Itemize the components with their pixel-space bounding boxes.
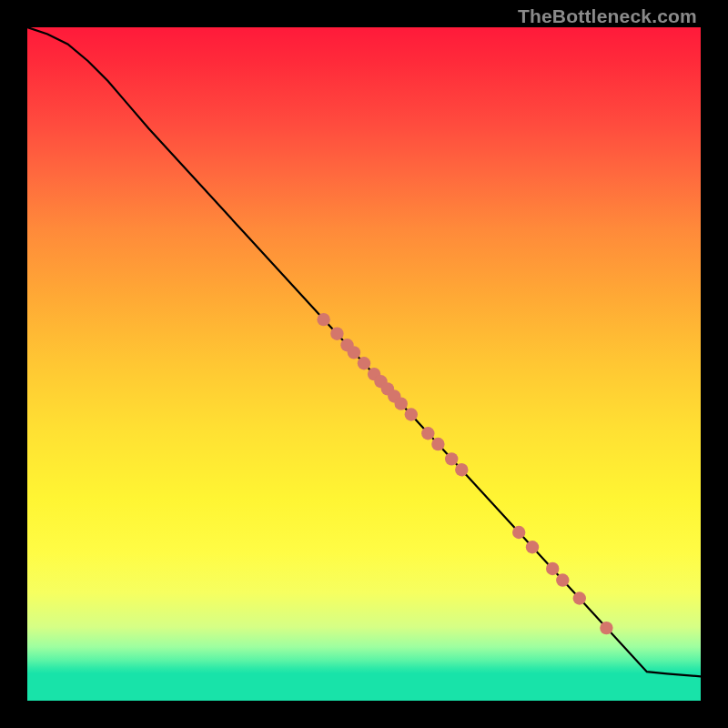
chart-marker [445, 452, 458, 465]
chart-marker [348, 346, 360, 359]
chart-marker [431, 438, 444, 450]
chart-marker [405, 408, 418, 420]
chart-marker [600, 622, 612, 634]
watermark-label: TheBottleneck.com [518, 5, 697, 27]
chart-marker [546, 562, 559, 575]
chart-marker [330, 328, 343, 340]
chart-marker [556, 573, 569, 586]
chart-marker [512, 526, 525, 539]
chart-curve [27, 27, 701, 676]
chart-marker [573, 592, 586, 604]
chart-marker [358, 357, 370, 369]
chart-marker [526, 541, 539, 553]
chart-marker [317, 313, 329, 326]
chart-marker [421, 427, 434, 440]
chart-marker [455, 463, 468, 476]
chart-svg [27, 27, 701, 701]
chart-marker [395, 397, 408, 410]
